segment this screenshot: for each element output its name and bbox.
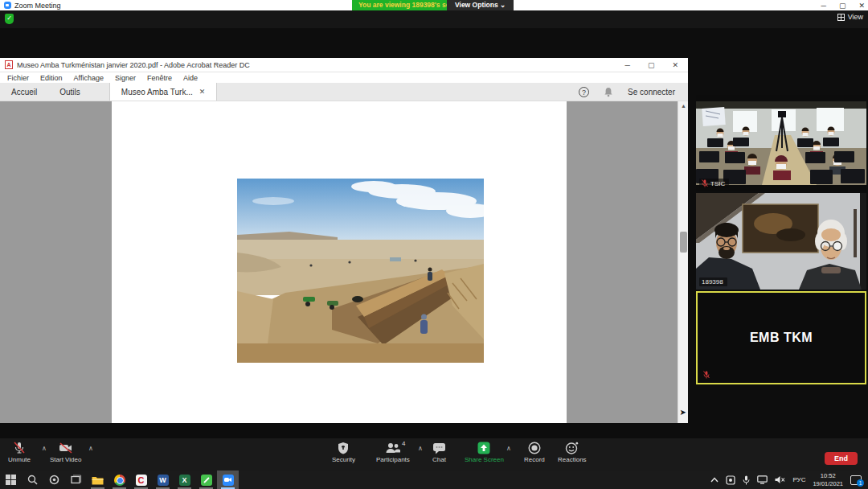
start-button[interactable] — [0, 471, 22, 489]
participant-label-tsic: TSIC — [699, 179, 729, 188]
acrobat-close-icon[interactable]: ✕ — [672, 61, 678, 69]
windows-logo-icon — [6, 475, 16, 485]
chrome-icon — [114, 475, 125, 486]
folder-icon — [92, 475, 104, 485]
acrobat-titlebar: Museo Amba Turkménistan janvier 2020.pdf… — [0, 58, 688, 72]
tray-app-icon[interactable] — [726, 475, 735, 485]
tab-accueil[interactable]: Accueil — [0, 83, 48, 101]
zoom-titlebar: Zoom Meeting You are viewing 189398's sc… — [0, 0, 868, 10]
classroom-video — [696, 101, 866, 185]
acrobat-restore-icon[interactable]: ▢ — [648, 61, 655, 69]
sign-in-button[interactable]: Se connecter — [628, 88, 675, 97]
tray-date: 19/01/2021 — [813, 480, 843, 488]
zoom-taskbar-button[interactable] — [217, 471, 239, 489]
scroll-up-icon[interactable]: ▲ — [678, 103, 688, 109]
minimize-icon[interactable]: ─ — [821, 2, 826, 10]
taskbar-search-button[interactable] — [22, 471, 43, 489]
share-caret-icon[interactable]: ∧ — [506, 445, 511, 452]
pdf-document-area: ▲ ➤ — [0, 101, 688, 423]
action-center-icon[interactable]: 1 — [850, 475, 862, 485]
share-screen-icon — [477, 442, 490, 454]
word-button[interactable]: W — [152, 471, 174, 489]
acrobat-title: Museo Amba Turkménistan janvier 2020.pdf… — [17, 61, 250, 69]
muted-mic-icon — [13, 442, 26, 454]
red-c-app-icon: C — [136, 475, 147, 486]
acrobat-tabbar: Accueil Outils Museo Amba Turk... ✕ ? Se… — [0, 83, 688, 101]
view-options-button[interactable]: View Options ⌄ — [447, 0, 514, 10]
task-view-button[interactable] — [65, 471, 87, 489]
windows-taskbar: C W X — [0, 471, 868, 489]
muted-mic-icon — [702, 179, 708, 187]
tray-mic-icon[interactable] — [743, 475, 750, 485]
close-icon[interactable]: ✕ — [858, 2, 865, 10]
record-button[interactable]: Record — [524, 442, 545, 463]
tray-language[interactable]: РУС — [792, 476, 805, 483]
shield-icon — [338, 442, 349, 454]
video-tile-189398[interactable]: 189398 — [696, 193, 866, 290]
menu-aide[interactable]: Aide — [183, 74, 198, 82]
excavation-photo — [237, 179, 484, 363]
chat-icon — [432, 442, 446, 454]
grid-icon — [837, 14, 845, 21]
tray-display-icon[interactable] — [757, 475, 768, 484]
unmute-caret-icon[interactable]: ∧ — [42, 445, 47, 452]
cortana-icon — [49, 475, 59, 485]
tab-document[interactable]: Museo Amba Turk... ✕ — [109, 83, 217, 101]
acrobat-menubar: Fichier Edition Affichage Signer Fenêtre… — [0, 72, 688, 83]
file-explorer-button[interactable] — [87, 471, 108, 489]
participants-caret-icon[interactable]: ∧ — [418, 445, 423, 452]
bell-icon[interactable] — [604, 87, 613, 97]
video-tile-tsic[interactable]: TSIC — [696, 95, 866, 191]
green-messenger-icon — [201, 475, 212, 486]
red-c-app-button[interactable]: C — [130, 471, 152, 489]
search-icon — [27, 475, 38, 485]
encryption-shield-icon: ✓ — [5, 14, 14, 24]
menu-fichier[interactable]: Fichier — [7, 74, 29, 82]
acrobat-minimize-icon[interactable]: ─ — [625, 61, 630, 69]
excel-icon: X — [179, 475, 190, 486]
tray-volume-muted-icon[interactable] — [775, 475, 785, 484]
zoom-meeting-window: Zoom Meeting You are viewing 189398's sc… — [0, 0, 868, 489]
green-messenger-button[interactable] — [195, 471, 217, 489]
end-meeting-button[interactable]: End — [825, 452, 858, 465]
cortana-button[interactable] — [43, 471, 65, 489]
menu-affichage[interactable]: Affichage — [74, 74, 104, 82]
security-button[interactable]: Security — [332, 442, 355, 463]
excel-button[interactable]: X — [174, 471, 195, 489]
tray-time: 10:52 — [813, 472, 843, 480]
acrobat-window: Museo Amba Turkménistan janvier 2020.pdf… — [0, 58, 688, 423]
tray-clock[interactable]: 10:52 19/01/2021 — [813, 472, 843, 488]
chrome-button[interactable] — [108, 471, 130, 489]
tab-outils[interactable]: Outils — [48, 83, 92, 101]
word-icon: W — [158, 475, 169, 486]
participant-label-emb — [701, 370, 714, 380]
chat-button[interactable]: Chat — [432, 442, 446, 463]
window-title: Zoom Meeting — [14, 2, 61, 10]
pdf-scrollbar[interactable]: ▲ — [678, 101, 688, 423]
video-tile-emb-tkm[interactable]: EMB TKM — [696, 291, 866, 384]
menu-edition[interactable]: Edition — [40, 74, 63, 82]
notification-badge: 1 — [857, 479, 864, 487]
pdf-file-icon — [5, 60, 13, 69]
mouse-cursor: ➤ — [680, 408, 686, 417]
maximize-icon[interactable]: ▢ — [839, 2, 846, 10]
tray-expand-icon[interactable] — [710, 477, 719, 483]
video-caret-icon[interactable]: ∧ — [88, 445, 93, 452]
help-icon[interactable]: ? — [579, 87, 589, 97]
reactions-button[interactable]: Reactions — [558, 442, 587, 463]
share-screen-button[interactable]: Share Screen — [465, 442, 504, 463]
reactions-icon — [565, 442, 579, 454]
scrollbar-thumb[interactable] — [680, 232, 687, 253]
system-tray: РУС 10:52 19/01/2021 1 — [710, 471, 868, 489]
view-layout-button[interactable]: View — [837, 13, 863, 21]
zoom-icon — [223, 475, 234, 486]
participants-count-badge: 4 — [402, 440, 405, 447]
unmute-button[interactable]: Unmute — [8, 442, 31, 463]
start-video-button[interactable]: Start Video — [50, 442, 81, 463]
record-icon — [528, 442, 541, 454]
menu-fenetre[interactable]: Fenêtre — [147, 74, 172, 82]
task-view-icon — [71, 475, 82, 485]
participants-icon — [385, 442, 401, 454]
tab-close-icon[interactable]: ✕ — [199, 88, 206, 96]
menu-signer[interactable]: Signer — [115, 74, 136, 82]
